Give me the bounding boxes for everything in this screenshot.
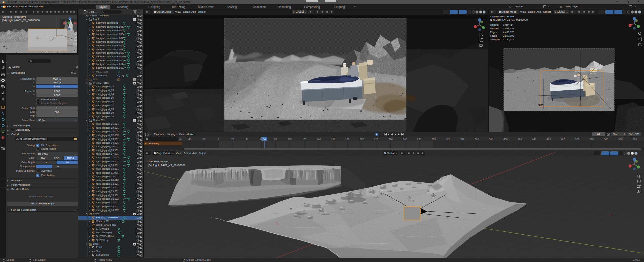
svg-text:460: 460 xyxy=(547,138,551,141)
svg-text:480: 480 xyxy=(561,138,565,141)
svg-text:540: 540 xyxy=(604,138,608,141)
svg-text:160: 160 xyxy=(331,138,335,141)
svg-text:140: 140 xyxy=(317,138,321,141)
svg-text:440: 440 xyxy=(532,138,536,141)
svg-text:240: 240 xyxy=(388,138,393,141)
svg-text:380: 380 xyxy=(489,138,493,141)
svg-text:500: 500 xyxy=(575,138,580,141)
svg-text:260: 260 xyxy=(403,138,407,141)
svg-text:300: 300 xyxy=(432,138,436,141)
svg-text:120: 120 xyxy=(302,138,306,141)
svg-text:220: 220 xyxy=(374,138,378,141)
svg-text:180: 180 xyxy=(345,138,350,141)
svg-text:Z: Z xyxy=(69,18,71,20)
svg-text:560: 560 xyxy=(618,138,623,141)
svg-text:420: 420 xyxy=(518,138,522,141)
svg-text:64: 64 xyxy=(263,138,266,141)
svg-text:-20: -20 xyxy=(202,138,206,141)
svg-text:200: 200 xyxy=(360,138,364,141)
svg-text:⌄: ⌄ xyxy=(380,133,382,136)
svg-text:400: 400 xyxy=(503,138,508,141)
svg-text:280: 280 xyxy=(417,138,421,141)
svg-text:360: 360 xyxy=(475,138,479,141)
svg-text:340: 340 xyxy=(460,138,465,141)
svg-text:320: 320 xyxy=(446,138,450,141)
svg-text:-40: -40 xyxy=(188,138,191,141)
svg-text:40: 40 xyxy=(245,138,248,141)
svg-text:520: 520 xyxy=(590,138,594,141)
svg-text:20: 20 xyxy=(231,138,234,141)
svg-text:580: 580 xyxy=(633,138,637,141)
svg-text:80: 80 xyxy=(274,138,277,141)
svg-text:0: 0 xyxy=(218,138,219,141)
svg-text:100: 100 xyxy=(288,138,292,141)
svg-text:A: A xyxy=(92,11,94,13)
